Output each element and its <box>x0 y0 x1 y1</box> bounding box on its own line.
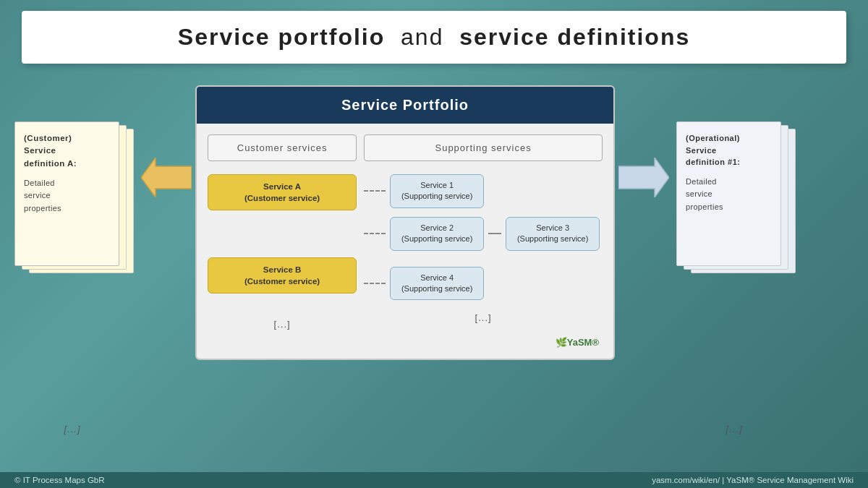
service-b-button: Service B (Customer service) <box>208 257 357 294</box>
right-doc-stack: (Operational)Servicedefinition #1: Detai… <box>676 121 792 435</box>
supporting-services-label: Supporting services <box>364 134 603 161</box>
service2-3-row: Service 2 (Supporting service) Service 3… <box>364 217 603 251</box>
left-doc-title: (Customer)Servicedefinition A: <box>24 132 110 170</box>
right-doc-body: Detailedserviceproperties <box>686 176 772 214</box>
service2-button: Service 2 (Supporting service) <box>390 217 484 251</box>
solid-line-2 <box>488 233 501 234</box>
right-doc-ellipsis: [...] <box>676 424 792 435</box>
left-doc-stack: (Customer)Servicedefinition A: Detaileds… <box>14 121 130 435</box>
dashed-line-1 <box>364 190 386 192</box>
customer-col-content: Service A (Customer service) Service B (… <box>208 174 357 330</box>
left-doc-body: Detailedserviceproperties <box>24 177 110 215</box>
supporting-layout: Service 1 (Supporting service) Service 2… <box>364 174 603 323</box>
footer: © IT Process Maps GbR yasm.com/wiki/en/ … <box>0 472 868 488</box>
service1-row: Service 1 (Supporting service) <box>364 174 603 208</box>
right-arrow <box>618 158 669 197</box>
left-arrow <box>141 158 192 197</box>
footer-left: © IT Process Maps GbR <box>14 476 105 484</box>
yasm-brand-inner: 🌿YaSM® <box>197 330 613 348</box>
left-doc-front: (Customer)Servicedefinition A: Detaileds… <box>14 121 119 266</box>
right-doc-front: (Operational)Servicedefinition #1: Detai… <box>676 121 781 266</box>
dashed-line-2 <box>364 233 386 234</box>
page-title: Service portfolio and service definition… <box>43 24 825 51</box>
svg-marker-0 <box>141 158 192 197</box>
yasm-leaf-icon: 🌿 <box>556 337 567 348</box>
customer-services-column: Customer services Service A (Customer se… <box>208 134 357 330</box>
supporting-ellipsis: [...] <box>364 312 603 323</box>
customer-ellipsis: [...] <box>208 319 357 330</box>
title-box: Service portfolio and service definition… <box>22 11 846 64</box>
right-doc-title: (Operational)Servicedefinition #1: <box>686 132 772 168</box>
service3-button: Service 3 (Supporting service) <box>506 217 600 251</box>
svg-marker-1 <box>618 158 669 197</box>
portfolio-box: Service Portfolio Customer services Serv… <box>195 85 615 360</box>
supporting-services-column: Supporting services Service 1 (Supportin… <box>364 134 603 330</box>
left-doc-ellipsis: [...] <box>14 424 130 435</box>
service1-button: Service 1 (Supporting service) <box>390 174 484 208</box>
dashed-line-4 <box>364 283 386 284</box>
portfolio-header: Service Portfolio <box>197 87 613 124</box>
portfolio-inner: Customer services Service A (Customer se… <box>197 134 613 330</box>
main-area: (Customer)Servicedefinition A: Detaileds… <box>0 71 868 442</box>
service4-button: Service 4 (Supporting service) <box>390 267 484 301</box>
service4-row: Service 4 (Supporting service) <box>364 267 603 301</box>
customer-services-label: Customer services <box>208 134 357 161</box>
service-a-button: Service A (Customer service) <box>208 174 357 210</box>
footer-right: yasm.com/wiki/en/ | YaSM® Service Manage… <box>652 476 854 484</box>
